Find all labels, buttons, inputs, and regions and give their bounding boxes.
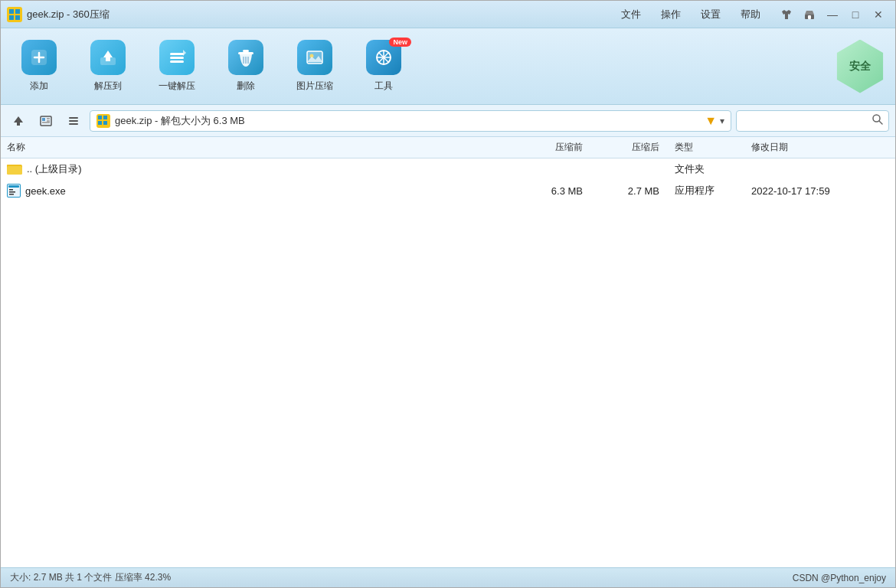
onekey-icon (159, 40, 195, 75)
svg-rect-34 (42, 122, 50, 123)
store-button[interactable] (799, 5, 820, 24)
svg-rect-17 (243, 50, 249, 52)
nav-list-button[interactable] (62, 110, 85, 132)
skin-button[interactable] (776, 5, 797, 24)
svg-rect-51 (9, 189, 13, 191)
search-input[interactable] (741, 115, 871, 126)
col-header-before: 压缩前 (522, 141, 598, 154)
svg-rect-53 (9, 194, 14, 195)
svg-rect-13 (170, 57, 184, 59)
svg-rect-36 (69, 120, 78, 122)
imgcompress-svg (304, 47, 325, 68)
table-row[interactable]: geek.exe 6.3 MB 2.7 MB 应用程序 2022-10-17 1… (1, 180, 895, 201)
minimize-button[interactable]: — (822, 5, 843, 24)
menu-settings[interactable]: 设置 (698, 6, 724, 23)
delete-icon (228, 40, 263, 75)
add-icon (21, 40, 57, 75)
row0-type: 文件夹 (675, 162, 751, 176)
file-table: 名称 压缩前 压缩后 类型 修改日期 .. (上级目录) 文件夹 (1, 137, 895, 567)
shirt-icon (780, 8, 793, 21)
path-arrow-icon: ▼ (705, 114, 717, 128)
folder-svg (7, 162, 22, 175)
add-svg (28, 47, 50, 68)
menu-file[interactable]: 文件 (618, 6, 644, 23)
preview-icon (40, 115, 52, 127)
close-button[interactable]: ✕ (868, 5, 889, 24)
svg-rect-33 (47, 120, 50, 122)
row1-date: 2022-10-17 17:59 (751, 185, 889, 197)
menu-operate[interactable]: 操作 (658, 6, 684, 23)
up-arrow-icon (12, 115, 25, 127)
exe-svg (7, 184, 21, 198)
table-header: 名称 压缩前 压缩后 类型 修改日期 (1, 137, 895, 158)
search-icon[interactable] (871, 113, 884, 128)
svg-rect-47 (7, 166, 22, 175)
path-text: geek.zip - 解包大小为 6.3 MB (115, 114, 705, 128)
svg-rect-37 (69, 123, 78, 125)
maximize-button[interactable]: □ (845, 5, 866, 24)
toolbar-onekey-button[interactable]: 一键解压 (146, 36, 208, 97)
delete-svg (235, 47, 257, 68)
nav-up-button[interactable] (7, 110, 30, 132)
svg-rect-1 (9, 9, 14, 14)
toolbar-delete-button[interactable]: 删除 (215, 36, 276, 97)
status-left: 大小: 2.7 MB 共 1 个文件 压缩率 42.3% (10, 571, 171, 584)
add-label: 添加 (30, 80, 48, 93)
tools-label: 工具 (374, 80, 393, 93)
svg-rect-6 (808, 15, 811, 19)
col-header-after: 压缩后 (598, 141, 675, 154)
svg-rect-4 (15, 15, 20, 20)
list-icon (67, 115, 80, 127)
svg-rect-32 (47, 118, 50, 119)
nav-preview-button[interactable] (34, 110, 57, 132)
security-hexagon: 安全 (833, 40, 887, 93)
extract-svg (97, 47, 119, 68)
path-bar: geek.zip - 解包大小为 6.3 MB ▼ ▾ (90, 110, 731, 132)
security-label: 安全 (849, 60, 871, 74)
tools-svg (373, 47, 394, 68)
status-bar: 大小: 2.7 MB 共 1 个文件 压缩率 42.3% CSDN @Pytho… (1, 567, 895, 587)
table-row[interactable]: .. (上级目录) 文件夹 (1, 158, 895, 180)
folder-name: .. (上级目录) (27, 162, 82, 176)
table-body: .. (上级目录) 文件夹 (1, 158, 895, 567)
svg-rect-3 (9, 15, 14, 20)
app-logo-icon (7, 7, 22, 22)
toolbar-imgcompress-button[interactable]: 图片压缩 (284, 36, 345, 97)
exe-icon (7, 184, 21, 198)
menu-help[interactable]: 帮助 (737, 6, 764, 23)
nav-bar: geek.zip - 解包大小为 6.3 MB ▼ ▾ (1, 105, 895, 137)
col-header-type: 类型 (675, 141, 751, 154)
search-svg (871, 113, 884, 126)
extract-icon (90, 40, 126, 75)
svg-rect-41 (98, 121, 102, 125)
svg-marker-29 (14, 116, 23, 126)
store-icon (803, 8, 816, 21)
onekey-label: 一键解压 (159, 80, 195, 93)
path-dropdown-icon[interactable]: ▾ (720, 116, 724, 126)
svg-rect-2 (15, 9, 20, 14)
svg-rect-40 (103, 116, 107, 119)
search-bar (736, 110, 889, 132)
exe-name: geek.exe (25, 185, 66, 197)
svg-rect-42 (103, 121, 107, 125)
toolbar-extract-button[interactable]: 解压到 (77, 36, 139, 97)
row1-type: 应用程序 (675, 184, 751, 198)
svg-line-44 (879, 121, 882, 124)
svg-rect-50 (8, 185, 19, 188)
row1-after: 2.7 MB (598, 185, 675, 197)
col-header-date: 修改日期 (751, 141, 889, 154)
delete-label: 删除 (237, 80, 255, 93)
toolbar: 添加 解压到 一键解压 (1, 28, 895, 105)
toolbar-tools-button[interactable]: New 工具 (353, 36, 414, 97)
title-bar: geek.zip - 360压缩 文件 操作 设置 帮助 — □ ✕ (1, 1, 895, 28)
svg-rect-52 (9, 191, 15, 193)
security-badge[interactable]: 安全 (832, 39, 888, 94)
svg-rect-35 (69, 117, 78, 119)
toolbar-add-button[interactable]: 添加 (8, 36, 70, 97)
svg-rect-39 (98, 116, 102, 119)
svg-rect-14 (170, 60, 184, 63)
svg-rect-16 (238, 52, 253, 54)
imgcompress-label: 图片压缩 (296, 80, 333, 93)
imgcompress-icon (297, 40, 332, 75)
svg-rect-12 (170, 53, 184, 55)
